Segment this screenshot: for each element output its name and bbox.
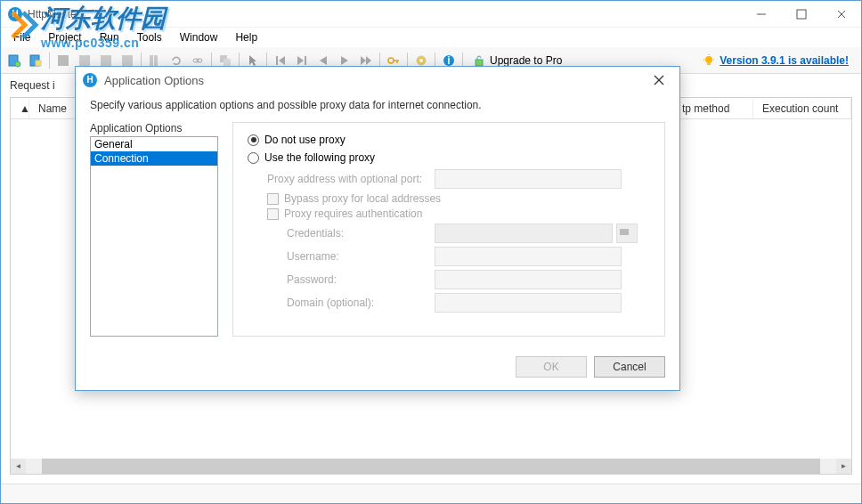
bypass-checkbox: Bypass proxy for local addresses [267,192,650,205]
proxy-address-input [435,169,622,189]
svg-point-30 [419,59,423,62]
scroll-right-icon[interactable]: ► [836,459,851,474]
auth-label: Proxy requires authentication [284,207,422,220]
statusbar [1,484,861,503]
cancel-button[interactable]: Cancel [594,356,665,378]
window-title: HttpMaster [28,8,741,20]
svg-rect-17 [224,59,231,66]
new-project-icon[interactable] [4,51,24,70]
maximize-button[interactable] [781,2,821,27]
horizontal-scrollbar[interactable]: ◄ ► [11,459,851,474]
checkbox-icon [267,208,279,220]
dialog-icon: H [83,73,97,87]
svg-marker-25 [366,56,371,65]
svg-point-5 [15,61,20,67]
ok-button: OK [516,356,587,378]
credentials-browse-button [616,224,638,243]
dialog-titlebar: H Application Options [76,67,679,93]
dialog-footer: OK Cancel [76,347,679,390]
version-link[interactable]: Version 3.9.1 is available! [702,53,849,68]
svg-rect-9 [79,55,90,66]
proxy-address-label: Proxy address with optional port: [267,173,427,185]
svg-marker-24 [361,56,366,65]
credentials-select [435,224,613,243]
col-exec-count[interactable]: Execution count [753,99,851,118]
radio-use-proxy-label: Use the following proxy [264,151,375,164]
close-button[interactable] [821,2,861,27]
scroll-track[interactable] [26,459,836,474]
menu-project[interactable]: Project [39,29,90,45]
radio-use-proxy[interactable]: Use the following proxy [248,151,650,164]
sort-indicator-icon[interactable]: ▲ [11,99,29,118]
col-http-method[interactable]: tp method [673,99,753,118]
domain-label: Domain (optional): [287,297,427,309]
radio-no-proxy[interactable]: Do not use proxy [248,134,650,146]
svg-rect-12 [150,55,153,66]
svg-point-34 [705,56,712,63]
auth-checkbox: Proxy requires authentication [267,207,650,220]
menubar: File Project Run Tools Window Help [1,28,861,47]
svg-rect-35 [707,63,711,65]
username-input [435,247,622,266]
svg-rect-7 [36,61,41,66]
scroll-thumb[interactable] [42,459,820,474]
tree-item-general[interactable]: General [91,137,217,151]
radio-no-proxy-label: Do not use proxy [264,134,346,146]
dialog-title: Application Options [104,74,646,87]
svg-rect-33 [476,60,483,66]
svg-point-26 [388,58,394,63]
svg-rect-20 [305,56,306,65]
menu-file[interactable]: File [4,29,39,45]
menu-window[interactable]: Window [171,29,227,45]
svg-rect-18 [276,56,278,65]
options-panel: Do not use proxy Use the following proxy… [232,122,665,337]
svg-marker-23 [341,56,348,65]
svg-text:i: i [447,54,450,67]
tree-label: Application Options [90,122,218,134]
version-label: Version 3.9.1 is available! [720,54,849,67]
radio-icon [248,152,259,164]
save-icon[interactable] [53,51,73,70]
scroll-left-icon[interactable]: ◄ [11,459,26,474]
dialog-close-button[interactable] [646,67,672,93]
svg-rect-41 [620,229,629,235]
menu-tools[interactable]: Tools [128,29,171,45]
tree-item-connection[interactable]: Connection [91,151,217,166]
bulb-icon [702,53,716,68]
request-label: Request i [10,79,55,92]
svg-rect-10 [101,55,111,66]
svg-rect-8 [58,55,69,66]
svg-marker-19 [279,56,285,65]
application-options-dialog: H Application Options Specify various ap… [75,66,680,391]
radio-icon [248,134,259,146]
username-label: Username: [287,250,427,263]
svg-rect-1 [797,10,806,19]
upgrade-label: Upgrade to Pro [490,54,562,67]
password-label: Password: [287,273,427,286]
menu-help[interactable]: Help [226,29,266,45]
bypass-label: Bypass proxy for local addresses [284,192,441,205]
titlebar: H HttpMaster [1,1,861,28]
domain-input [435,293,622,313]
menu-run[interactable]: Run [91,29,128,45]
separator-icon [49,53,50,69]
svg-point-15 [197,59,202,62]
options-tree[interactable]: General Connection [90,136,218,337]
checkbox-icon [267,193,279,205]
app-icon: H [8,7,22,21]
svg-marker-21 [297,56,304,65]
open-project-icon[interactable] [26,51,45,70]
credentials-label: Credentials: [287,227,427,240]
password-input [435,270,622,289]
svg-marker-22 [320,56,327,65]
svg-rect-13 [154,55,158,66]
svg-rect-11 [122,55,133,66]
dialog-description: Specify various application options and … [76,93,679,122]
minimize-button[interactable] [741,2,781,27]
